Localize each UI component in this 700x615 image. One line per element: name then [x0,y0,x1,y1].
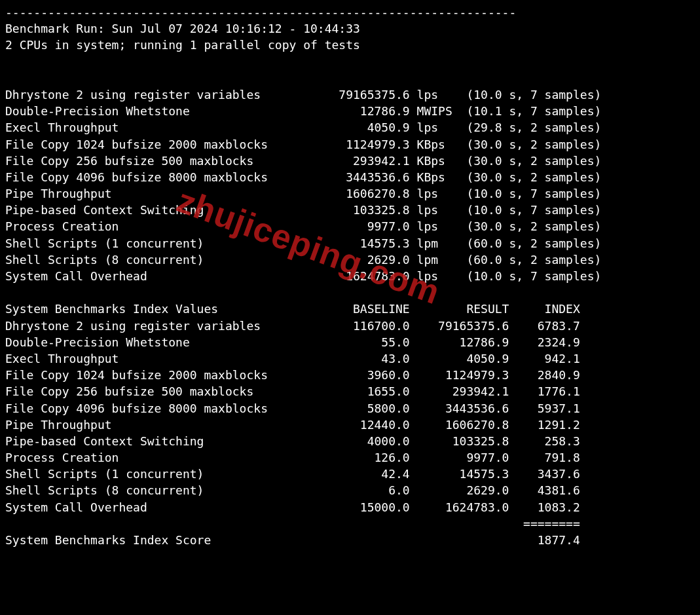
terminal-output: ----------------------------------------… [0,0,700,552]
